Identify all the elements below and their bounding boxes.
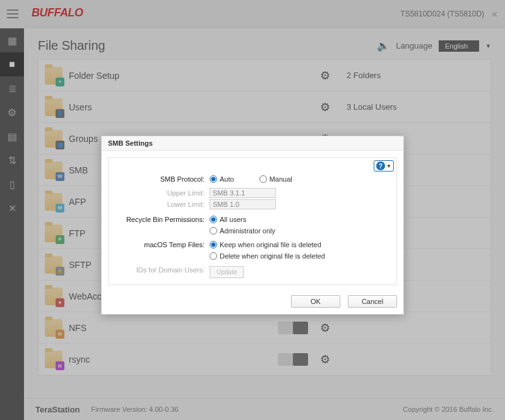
- proto-auto-radio[interactable]: Auto: [210, 175, 234, 183]
- proto-manual-radio[interactable]: Manual: [259, 175, 292, 183]
- upper-limit-label: Upper Limit:: [115, 189, 210, 197]
- lower-limit-label: Lower Limit:: [115, 201, 210, 208]
- smb-protocol-label: SMB Protocol:: [115, 175, 210, 183]
- modal-title: SMB Settings: [102, 136, 403, 151]
- lower-limit-select: [210, 199, 276, 209]
- macos-delete-radio[interactable]: Delete when original file is deleted: [210, 252, 325, 260]
- recycle-all-radio[interactable]: All users: [210, 216, 275, 223]
- macos-keep-radio[interactable]: Keep when original file is deleted: [210, 241, 325, 248]
- recycle-admin-radio[interactable]: Administrator only: [210, 227, 275, 235]
- update-button: Update: [210, 266, 244, 278]
- cancel-button[interactable]: Cancel: [348, 295, 397, 308]
- ids-label: IDs for Domain Users:: [115, 266, 210, 278]
- macos-label: macOS Temp Files:: [115, 241, 210, 260]
- help-button[interactable]: ? ▼: [374, 160, 394, 172]
- smb-settings-modal: SMB Settings ? ▼ SMB Protocol: Auto Manu…: [101, 136, 404, 315]
- help-icon: ?: [376, 161, 385, 170]
- ok-button[interactable]: OK: [291, 295, 340, 308]
- upper-limit-select: [210, 188, 276, 198]
- chevron-down-icon: ▼: [386, 163, 391, 169]
- recycle-label: Recycle Bin Permissions:: [115, 216, 210, 235]
